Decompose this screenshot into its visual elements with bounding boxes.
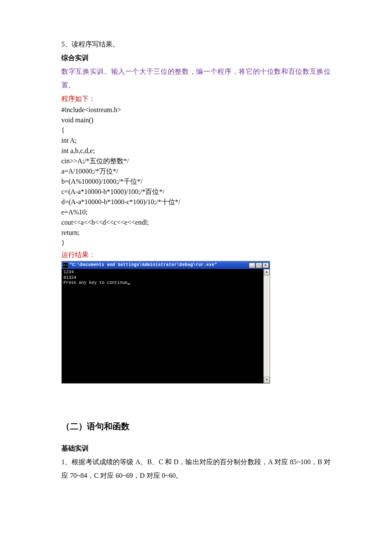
heading-comprehensive-training: 综合实训 [61,51,331,65]
cmd-icon: c\ [63,263,68,268]
run-result-label: 运行结果： [61,250,331,260]
cpp-source-code: #include<iostream.h> void main() { int A… [61,105,331,248]
window-controls: _ □ × [248,263,269,268]
window-titlebar: c\ "C:\Documents and Settings\Administra… [62,261,270,269]
code-label: 程序如下： [61,94,331,104]
console-body: 1234 01324 Press any key to continue ▲ ▼ [62,269,270,383]
window-title: "C:\Documents and Settings\Administrator… [69,261,248,269]
vertical-scrollbar[interactable]: ▲ ▼ [263,269,270,383]
section-2-heading: （二）语句和函数 [61,418,331,435]
console-output: 1234 01324 Press any key to continue [62,269,263,383]
document-page: 5、读程序写结果。 综合实训 数字互换实训。输入一个大于三位的整数，编一个程序，… [0,0,392,517]
heading-basic-training: 基础实训 [61,442,331,455]
console-window: c\ "C:\Documents and Settings\Administra… [61,261,270,384]
maximize-button[interactable]: □ [256,263,262,268]
exercise-description: 数字互换实训。输入一个大于三位的整数，编一个程序，将它的十位数和百位数互换位置。 [61,65,331,92]
scroll-track[interactable] [264,275,270,377]
cursor-icon [127,283,130,284]
minimize-button[interactable]: _ [249,263,255,268]
exercise-item-5: 5、读程序写结果。 [61,38,331,51]
scroll-up-button[interactable]: ▲ [264,269,270,275]
scroll-down-button[interactable]: ▼ [264,377,270,383]
close-button[interactable]: × [262,263,269,268]
exercise-2-1: 1、根据考试成绩的等级 A、B、C 和 D，输出对应的百分制分数段，A 对应 8… [61,455,331,483]
